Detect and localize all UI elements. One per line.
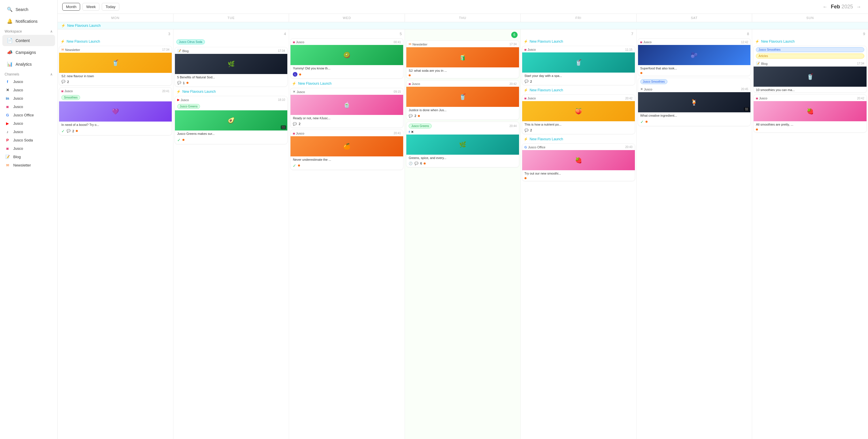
campaign-week-banner: ⚡ New Flavours Launch xyxy=(58,22,868,29)
youtube-icon: ▶ xyxy=(5,121,10,126)
post-time: 20:45 xyxy=(741,88,748,91)
comment-icon: 💬 xyxy=(293,122,297,126)
multi-channel-icons: f ✕ xyxy=(406,130,519,134)
facebook-icon: f xyxy=(409,130,410,134)
post-card[interactable]: ◙ Jusco 20:42 🍓 All smoothies are pretty… xyxy=(753,94,867,132)
campaign-event-sun[interactable]: ⚡ New Flavours Launch xyxy=(753,38,867,45)
channel-item-linkedin[interactable]: in Jusco xyxy=(0,94,57,102)
post-card[interactable]: ◙ Jusco 20:42 🥤 Justice is done when Jus… xyxy=(406,80,519,120)
post-image-wrapper: 🍹 ⬛ xyxy=(638,92,751,112)
post-text: All smoothies are pretty, ... xyxy=(753,121,867,127)
post-image: 🌿 xyxy=(175,54,288,74)
post-text: Superfood that also look... xyxy=(638,65,751,71)
post-card[interactable]: 📝 Blog 17:34 🌿 5 Benefits of Natural Sod… xyxy=(175,47,288,87)
post-card[interactable]: ◙ Jusco 20:42 🍑 This is how a nutrient p… xyxy=(522,94,635,134)
post-time: 11:15 xyxy=(625,48,632,51)
post-image: 🥤 xyxy=(753,67,867,87)
post-card[interactable]: ◙ Jusco 20:41 Smoothies 💜 In need of a b… xyxy=(59,87,172,135)
post-time: 12:42 xyxy=(741,41,748,44)
search-icon: 🔍 xyxy=(7,7,13,12)
post-card[interactable]: ◙ Jusco 00:41 🥝 Yummy! Did you know th..… xyxy=(290,38,403,79)
check-icon: ✓ xyxy=(293,163,296,168)
post-tags-area: Jusco Smoothies Articles xyxy=(753,46,867,60)
campaign-event-tue[interactable]: ⚡ New Flavours Launch xyxy=(175,88,288,95)
channel-item-instagram2[interactable]: ◙ Jusco xyxy=(0,144,57,153)
comment-count: 2 xyxy=(414,114,416,118)
post-footer: 💬 2 xyxy=(522,79,635,85)
day-label-thu: THU xyxy=(405,14,521,22)
campaign-event-fri[interactable]: ⚡ New Flavours Launch xyxy=(522,38,635,45)
day-number-8: 8 xyxy=(638,31,751,37)
post-card[interactable]: ◙ Jusco 12:42 🫐 Superfood that also look… xyxy=(638,38,751,76)
channel-item-twitter[interactable]: ✕ Jusco xyxy=(0,86,57,94)
post-card[interactable]: ✉ Newsletter 17:34 🥤 SJ: new flavour in … xyxy=(59,46,172,86)
post-image: 🍑 xyxy=(522,101,635,121)
blog-icon: 📝 xyxy=(177,49,181,53)
citrus-tag-area: Jusco Citrus Soda xyxy=(175,38,288,47)
channel-item-blog[interactable]: 📝 Blog xyxy=(0,153,57,161)
post-card[interactable]: Jusco Smoothies Articles 📝 Blog 17:34 🥤 … xyxy=(753,46,867,93)
post-card[interactable]: Jusco Smoothies ✕ Jusco 20:45 🍹 ⬛ What c… xyxy=(638,78,751,126)
post-channel: ◙ Jusco xyxy=(293,40,304,44)
post-image: 🍹 xyxy=(638,92,751,112)
post-card[interactable]: ◙ Jusco 11:15 🥤 Start your day with a sp… xyxy=(522,46,635,85)
post-tag-area: Smoothies xyxy=(59,94,172,101)
channel-item-google[interactable]: G Jusco Office xyxy=(0,111,57,119)
channel-name: Blog xyxy=(761,62,768,65)
post-card-header: ◙ Jusco 00:41 xyxy=(290,39,403,45)
twitter-icon: ✕ xyxy=(411,130,413,134)
google-icon: G xyxy=(525,146,527,149)
calendar-col-sat: 8 ◙ Jusco 12:42 🫐 Superfood that also lo… xyxy=(637,29,752,439)
video-badge: ⬛ xyxy=(744,107,749,111)
day-label-mon: MON xyxy=(58,14,174,22)
post-card[interactable]: Jusco Greens 20:44 f ✕ 🌿 Greens, spice, … xyxy=(406,122,519,167)
sidebar-campaigns-label: Campaigns xyxy=(16,50,36,55)
sidebar-item-analytics[interactable]: 📊 Analytics xyxy=(2,59,55,70)
status-dot xyxy=(298,164,300,166)
sidebar-item-notifications[interactable]: 🔔 Notifications xyxy=(2,15,55,27)
view-week-button[interactable]: Week xyxy=(83,3,99,11)
campaign-event-wed[interactable]: ⚡ New Flavours Launch xyxy=(290,81,403,87)
post-tag: Jusco Greens xyxy=(177,104,200,109)
post-card[interactable]: G Jusco Office 20:43 🍓 Try out our new s… xyxy=(522,144,635,181)
sidebar-content-label: Content xyxy=(16,38,30,43)
channel-item-tiktok[interactable]: ♪ Jusco xyxy=(0,128,57,136)
channel-label-instagram: Jusco xyxy=(13,104,23,109)
channel-label-tiktok: Jusco xyxy=(13,130,23,134)
sidebar-item-campaigns[interactable]: 📣 Campaigns xyxy=(2,47,55,58)
status-dot xyxy=(646,121,648,123)
channel-item-newsletter[interactable]: ✉ Newsletter xyxy=(0,161,57,169)
channel-item-instagram[interactable]: ◙ Jusco xyxy=(0,102,57,111)
comment-icon: 💬 xyxy=(61,80,65,84)
channel-item-facebook[interactable]: f Jusco xyxy=(0,77,57,86)
channel-name: Jusco xyxy=(296,132,304,135)
post-channel: ▶ Jusco xyxy=(177,98,189,102)
next-month-button[interactable]: → xyxy=(854,3,863,11)
newsletter-icon: ✉ xyxy=(409,42,411,46)
channel-item-pinterest[interactable]: P Jusco Soda xyxy=(0,136,57,144)
post-card[interactable]: ◙ Jusco 20:41 🍊 Never underestimate the … xyxy=(290,130,403,170)
post-card[interactable]: ✉ Newsletter 17:34 🧃 SJ: what soda are y… xyxy=(406,40,519,79)
post-time: 20:41 xyxy=(394,132,401,135)
day-label-tue: TUE xyxy=(174,14,289,22)
campaign-event-fri3[interactable]: ⚡ New Flavours Launch xyxy=(522,136,635,142)
channel-name: Jusco xyxy=(65,89,73,93)
channel-name: Jusco Office xyxy=(528,146,545,149)
sidebar-item-search[interactable]: 🔍 Search xyxy=(2,4,55,15)
view-today-button[interactable]: Today xyxy=(102,3,119,11)
channel-name: Newsletter xyxy=(65,48,80,52)
sidebar-item-content[interactable]: 📄 Content xyxy=(2,35,55,46)
channel-item-youtube[interactable]: ▶ Jusco xyxy=(0,119,57,128)
view-month-button[interactable]: Month xyxy=(62,3,80,11)
campaign-label-sun: New Flavours Launch xyxy=(761,39,795,43)
campaign-event-mon[interactable]: ⚡ New Flavours Launch xyxy=(59,38,172,45)
campaign-event-fri2[interactable]: ⚡ New Flavours Launch xyxy=(522,87,635,93)
comment-count: 2 xyxy=(67,80,69,84)
instagram-icon: ◙ xyxy=(525,48,527,51)
prev-month-button[interactable]: ← xyxy=(820,3,830,11)
post-card[interactable]: ✕ Jusco 09:15 🍵 Ready or not, new #Jusc.… xyxy=(290,88,403,128)
post-card[interactable]: ▶ Jusco 18:10 Jusco Greens 🥑 ⬛ Jusco Gre… xyxy=(175,96,288,144)
post-channel: ◙ Jusco xyxy=(756,96,767,100)
status-dot xyxy=(299,73,301,75)
post-time: 20:43 xyxy=(625,146,632,149)
